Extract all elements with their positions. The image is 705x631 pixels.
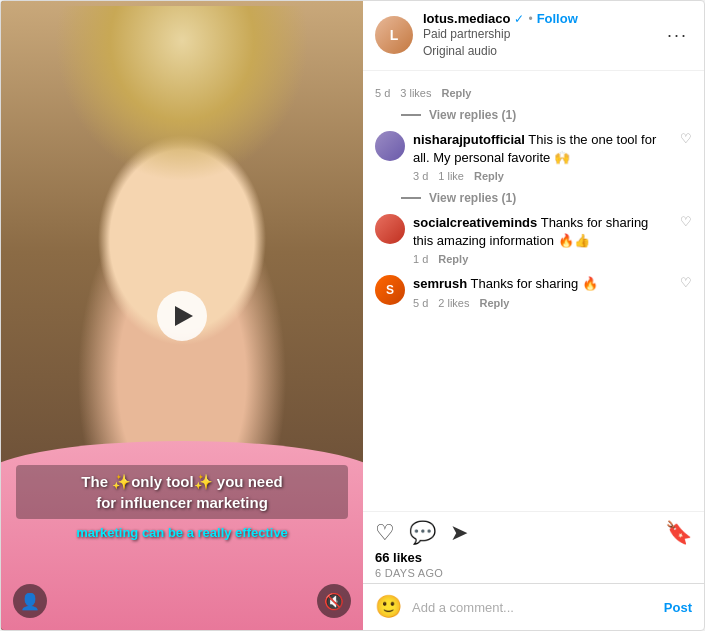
comment-content: Thanks for sharing 🔥 [471, 276, 598, 291]
comment-likes: 3 likes [400, 87, 431, 99]
comments-area: 5 d 3 likes Reply View replies (1) [363, 71, 704, 511]
post-header: L lotus.mediaco ✓ • Follow Paid partners… [363, 1, 704, 71]
comment-time: 1 d [413, 253, 428, 265]
comments-panel: L lotus.mediaco ✓ • Follow Paid partners… [363, 1, 704, 630]
reply-button[interactable]: Reply [479, 297, 509, 309]
user-icon[interactable]: 👤 [13, 584, 47, 618]
view-replies-2[interactable]: View replies (1) [363, 187, 704, 209]
comment-meta: 1 d Reply [413, 253, 672, 265]
play-button[interactable] [157, 291, 207, 341]
comment-likes: 2 likes [438, 297, 469, 309]
comment-likes: 1 like [438, 170, 464, 182]
comment-text: socialcreativeminds Thanks for sharing t… [413, 214, 672, 250]
comment-body: socialcreativeminds Thanks for sharing t… [413, 214, 672, 265]
comment-item: socialcreativeminds Thanks for sharing t… [363, 209, 704, 270]
reply-button[interactable]: Reply [441, 87, 471, 99]
comment-time: 3 d [413, 170, 428, 182]
replies-line [401, 197, 421, 199]
emoji-button[interactable]: 🙂 [375, 594, 402, 620]
header-info: lotus.mediaco ✓ • Follow Paid partnershi… [423, 11, 663, 60]
comment-meta: 3 d 1 like Reply [413, 170, 672, 182]
commenter-avatar[interactable] [375, 131, 405, 161]
original-audio: Original audio [423, 43, 663, 60]
verified-badge: ✓ [514, 12, 524, 26]
comment-row: socialcreativeminds Thanks for sharing t… [375, 214, 692, 265]
comment-text: nisharajputofficial This is the one tool… [413, 131, 672, 167]
follow-button[interactable]: Follow [537, 11, 578, 26]
commenter-username[interactable]: nisharajputofficial [413, 132, 525, 147]
comment-input-row: 🙂 Post [363, 583, 704, 630]
view-replies-1[interactable]: View replies (1) [363, 104, 704, 126]
view-replies-text: View replies (1) [429, 191, 516, 205]
comment-row: S semrush Thanks for sharing 🔥 5 d 2 lik… [375, 275, 692, 308]
post-actions: ♡ 💬 ➤ 🔖 66 likes 6 DAYS AGO [363, 511, 704, 583]
username-row: lotus.mediaco ✓ • Follow [423, 11, 663, 26]
comment-time: 5 d [413, 297, 428, 309]
like-button[interactable]: ♡ [375, 520, 395, 546]
comment-body: nisharajputofficial This is the one tool… [413, 131, 672, 182]
replies-line [401, 114, 421, 116]
comment-meta: 5 d 2 likes Reply [413, 297, 672, 309]
comment-body: semrush Thanks for sharing 🔥 5 d 2 likes… [413, 275, 672, 308]
comment-time: 5 d [375, 87, 390, 99]
comment-item: 5 d 3 likes Reply [363, 79, 704, 104]
video-text-overlay: The ✨only tool✨ you need for influencer … [1, 465, 363, 540]
comment-input[interactable] [412, 600, 664, 615]
mute-icon[interactable]: 🔇 [317, 584, 351, 618]
comment-item: S semrush Thanks for sharing 🔥 5 d 2 lik… [363, 270, 704, 313]
comment-text: semrush Thanks for sharing 🔥 [413, 275, 672, 293]
play-triangle-icon [175, 306, 193, 326]
like-comment-icon[interactable]: ♡ [680, 275, 692, 290]
post-comment-button[interactable]: Post [664, 600, 692, 615]
more-options-button[interactable]: ··· [663, 25, 692, 46]
share-button[interactable]: ➤ [450, 520, 468, 546]
comment-button[interactable]: 💬 [409, 520, 436, 546]
commenter-username[interactable]: socialcreativeminds [413, 215, 537, 230]
comment-row: nisharajputofficial This is the one tool… [375, 131, 692, 182]
commenter-avatar[interactable] [375, 214, 405, 244]
reply-button[interactable]: Reply [474, 170, 504, 182]
like-comment-icon[interactable]: ♡ [680, 214, 692, 229]
commenter-username[interactable]: semrush [413, 276, 467, 291]
dot-separator: • [528, 12, 532, 26]
commenter-avatar[interactable]: S [375, 275, 405, 305]
video-panel[interactable]: The ✨only tool✨ you need for influencer … [1, 1, 363, 630]
likes-count: 66 likes [375, 550, 692, 565]
like-comment-icon[interactable]: ♡ [680, 131, 692, 146]
comment-meta: 5 d 3 likes Reply [375, 87, 692, 99]
post-content: The ✨only tool✨ you need for influencer … [1, 1, 704, 630]
video-subtitle: marketing can be a really effective [16, 525, 348, 540]
poster-username[interactable]: lotus.mediaco [423, 11, 510, 26]
video-bottom-bar: 👤 🔇 [13, 584, 351, 618]
video-title: The ✨only tool✨ you need for influencer … [16, 465, 348, 519]
paid-partnership: Paid partnership [423, 26, 663, 43]
reply-button[interactable]: Reply [438, 253, 468, 265]
poster-avatar[interactable]: L [375, 16, 413, 54]
time-ago: 6 DAYS AGO [375, 567, 692, 579]
post-card: The ✨only tool✨ you need for influencer … [0, 0, 705, 631]
actions-row: ♡ 💬 ➤ 🔖 [375, 520, 692, 546]
bookmark-button[interactable]: 🔖 [665, 520, 692, 546]
comment-item: nisharajputofficial This is the one tool… [363, 126, 704, 187]
view-replies-text: View replies (1) [429, 108, 516, 122]
